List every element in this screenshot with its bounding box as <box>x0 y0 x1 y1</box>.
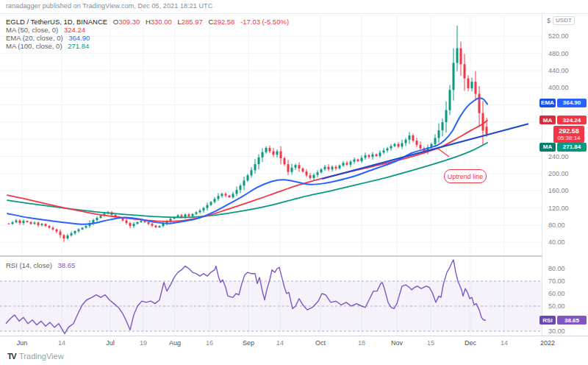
price-tick-40: 40.00 <box>548 238 565 246</box>
symbol-row: EGLD / TetherUS, 1D, BINANCE O309.30 H33… <box>6 18 289 26</box>
rsi-axis-label-value: 38.65 <box>557 316 587 325</box>
overlay-ma50 <box>7 121 487 222</box>
ema20-value: 364.90 <box>68 34 90 42</box>
ma100-axis-label: MA271.84 <box>539 143 587 152</box>
time-tick-Sep: Sep <box>236 339 261 347</box>
open-value: 309.30 <box>118 18 140 26</box>
symbol-title: EGLD / TetherUS, 1D, BINANCE <box>6 18 107 26</box>
ema20-axis-label-value: 364.90 <box>557 99 587 107</box>
chart-frame: EGLD / TetherUS, 1D, BINANCE O309.30 H33… <box>0 13 588 352</box>
price-unit-selector[interactable]: $ USDT <box>547 16 575 25</box>
rsi-axis-label: RSI38.65 <box>539 316 587 325</box>
time-tick-Jun: Jun <box>10 339 35 347</box>
rsi-value: 38.65 <box>57 261 75 269</box>
time-axis[interactable]: Jun14Jul19Aug16Sep14Oct18Nov15Dec142022 <box>0 336 588 352</box>
callout-tail <box>438 149 449 157</box>
ema20-label: EMA (20, close, 0) <box>6 34 63 42</box>
time-tick-15: 15 <box>418 339 443 347</box>
time-tick-19: 19 <box>131 339 156 347</box>
rsi-tick-30: 30.00 <box>548 327 565 335</box>
footer: TV TradingView <box>7 352 64 361</box>
ma100-axis-label-value: 271.84 <box>557 143 587 152</box>
rsi-legend[interactable]: RSI (14, close) 38.65 <box>6 261 75 269</box>
last-price-label: 292.58 05:38:14 <box>553 126 584 143</box>
tradingview-chart-screenshot: { "attribution": "ranadagger published o… <box>0 0 588 365</box>
time-tick-Aug: Aug <box>162 339 187 347</box>
price-tick-160: 160.00 <box>548 187 569 194</box>
time-tick-Oct: Oct <box>308 339 333 347</box>
high-label: H330.00 <box>146 18 172 26</box>
high-value: 330.00 <box>151 18 172 26</box>
ema20-axis-label-tag: EMA <box>539 99 556 107</box>
price-axis[interactable]: $ USDT 292.58 05:38:14 520.00480.00440.0… <box>542 14 588 336</box>
change-value: -17.03 (-5.50%) <box>240 18 289 26</box>
ma50-value: 324.24 <box>64 26 85 34</box>
time-tick-2022: 2022 <box>535 339 560 347</box>
attribution-text: ranadagger published on TradingView.com,… <box>6 2 212 10</box>
ema20-axis-label: EMA364.90 <box>539 99 587 107</box>
unit-chip[interactable]: USDT <box>553 16 575 25</box>
uptrend-line-callout[interactable]: Uptrend line <box>444 169 487 183</box>
overlay-ema20 <box>7 98 487 224</box>
time-tick-Dec: Dec <box>458 339 483 347</box>
price-tick-400: 400.00 <box>548 84 569 91</box>
currency-symbol-toggle[interactable]: $ <box>547 17 551 24</box>
ma100-legend-row[interactable]: MA (100, close, 0) 271.84 <box>6 42 289 50</box>
price-tick-480: 480.00 <box>548 50 569 57</box>
time-tick-Nov: Nov <box>384 339 409 347</box>
price-tick-80: 80.00 <box>548 222 565 229</box>
last-price-value: 292.58 <box>553 127 584 135</box>
time-tick-14: 14 <box>49 339 74 347</box>
time-tick-16: 16 <box>197 339 222 347</box>
tradingview-logo-icon[interactable]: TV <box>7 352 15 361</box>
ema20-legend-row[interactable]: EMA (20, close, 0) 364.90 <box>6 34 289 42</box>
rsi-axis-label-tag: RSI <box>539 316 556 325</box>
rsi-tick-80: 80.00 <box>548 265 565 272</box>
ma50-label: MA (50, close, 0) <box>6 26 58 34</box>
ma50-legend-row[interactable]: MA (50, close, 0) 324.24 <box>6 26 289 34</box>
price-tick-520: 520.00 <box>548 32 569 40</box>
ma100-value: 271.84 <box>68 42 89 50</box>
price-tick-440: 440.00 <box>548 67 569 74</box>
rsi-label: RSI (14, close) <box>6 261 52 269</box>
rsi-tick-50: 50.00 <box>548 302 565 310</box>
chart-legend[interactable]: EGLD / TetherUS, 1D, BINANCE O309.30 H33… <box>6 18 289 50</box>
price-tick-200: 200.00 <box>548 170 569 177</box>
close-label: C292.58 <box>208 18 234 26</box>
close-value: 292.58 <box>213 18 234 26</box>
ma50-axis-label: MA324.24 <box>539 116 587 124</box>
time-tick-14: 14 <box>492 339 517 347</box>
uptrend-trendline[interactable] <box>322 124 528 179</box>
open-label: O309.30 <box>113 18 140 26</box>
candle-countdown: 05:38:14 <box>553 135 584 142</box>
rsi-tick-70: 70.00 <box>548 277 565 285</box>
ma100-axis-label-tag: MA <box>539 143 556 152</box>
time-tick-Jul: Jul <box>98 339 123 347</box>
low-value: 285.97 <box>182 18 203 26</box>
low-label: L285.97 <box>177 18 202 26</box>
price-tick-120: 120.00 <box>548 205 569 212</box>
price-tick-240: 240.00 <box>548 153 569 160</box>
time-tick-18: 18 <box>349 339 374 347</box>
tradingview-logo-text[interactable]: TradingView <box>19 352 64 361</box>
time-tick-14: 14 <box>268 339 293 347</box>
ma50-axis-label-tag: MA <box>539 116 556 124</box>
rsi-tick-60: 60.00 <box>548 290 565 297</box>
ma100-label: MA (100, close, 0) <box>6 42 62 50</box>
ma50-axis-label-value: 324.24 <box>557 116 587 124</box>
